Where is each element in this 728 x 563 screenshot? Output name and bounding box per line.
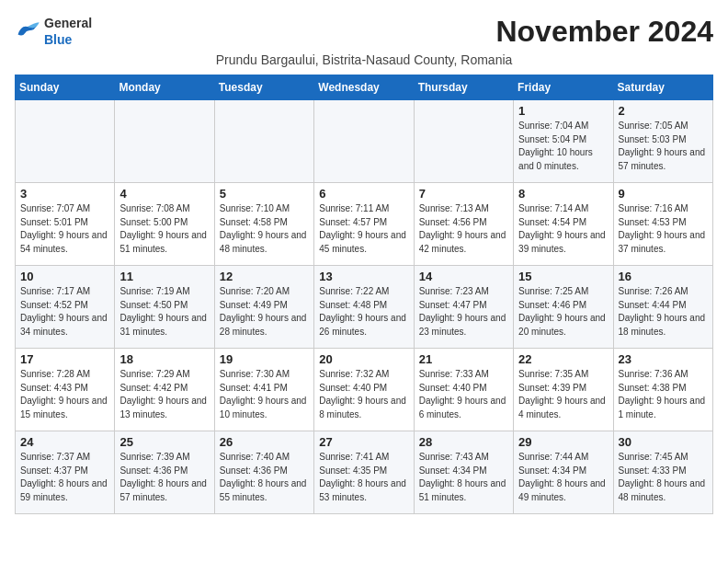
day-number: 13 (319, 270, 408, 283)
day-number: 16 (619, 270, 708, 283)
daylight-text: Daylight: 9 hours and 34 minutes. (20, 313, 108, 337)
sunset-text: Sunset: 4:33 PM (619, 465, 687, 476)
sunset-text: Sunset: 4:54 PM (518, 217, 586, 227)
calendar-day-cell: 21 Sunrise: 7:33 AM Sunset: 4:40 PM Dayl… (414, 349, 513, 431)
day-number: 15 (518, 270, 608, 283)
sunset-text: Sunset: 5:01 PM (20, 217, 88, 227)
calendar-day-cell: 8 Sunrise: 7:14 AM Sunset: 4:54 PM Dayli… (514, 183, 613, 266)
day-info: Sunrise: 7:30 AM Sunset: 4:41 PM Dayligh… (220, 368, 309, 421)
daylight-text: Daylight: 8 hours and 48 minutes. (619, 478, 706, 502)
day-info: Sunrise: 7:43 AM Sunset: 4:34 PM Dayligh… (419, 451, 508, 504)
header-sunday: Sunday (16, 75, 115, 100)
day-info: Sunrise: 7:32 AM Sunset: 4:40 PM Dayligh… (319, 368, 408, 421)
calendar-day-cell: 23 Sunrise: 7:36 AM Sunset: 4:38 PM Dayl… (613, 349, 712, 431)
header-friday: Friday (514, 75, 613, 100)
day-info: Sunrise: 7:25 AM Sunset: 4:46 PM Dayligh… (518, 285, 608, 339)
sunset-text: Sunset: 4:56 PM (419, 217, 487, 227)
sunset-text: Sunset: 4:47 PM (419, 300, 487, 310)
daylight-text: Daylight: 9 hours and 8 minutes. (319, 396, 406, 419)
sunrise-text: Sunrise: 7:17 AM (20, 286, 90, 296)
sunset-text: Sunset: 4:58 PM (220, 217, 288, 227)
day-info: Sunrise: 7:40 AM Sunset: 4:36 PM Dayligh… (220, 451, 309, 504)
sunset-text: Sunset: 4:46 PM (518, 300, 586, 310)
header-wednesday: Wednesday (314, 75, 414, 100)
calendar-container: General Blue November 2024 Prundu Bargau… (15, 15, 713, 514)
calendar-day-cell: 14 Sunrise: 7:23 AM Sunset: 4:47 PM Dayl… (414, 266, 513, 349)
day-number: 14 (419, 270, 508, 283)
sunrise-text: Sunrise: 7:37 AM (20, 452, 90, 462)
daylight-text: Daylight: 8 hours and 49 minutes. (518, 478, 606, 502)
sunset-text: Sunset: 4:40 PM (319, 383, 387, 393)
day-number: 3 (20, 187, 109, 201)
day-number: 23 (619, 352, 708, 366)
sunrise-text: Sunrise: 7:04 AM (518, 121, 588, 131)
sunrise-text: Sunrise: 7:08 AM (119, 203, 189, 213)
calendar-day-cell: 6 Sunrise: 7:11 AM Sunset: 4:57 PM Dayli… (314, 183, 414, 266)
calendar-week-row: 10 Sunrise: 7:17 AM Sunset: 4:52 PM Dayl… (16, 266, 713, 349)
sunset-text: Sunset: 5:00 PM (119, 217, 188, 227)
sunset-text: Sunset: 4:34 PM (518, 465, 586, 476)
calendar-day-cell (115, 100, 214, 183)
day-number: 9 (619, 187, 708, 201)
day-number: 25 (119, 435, 209, 449)
daylight-text: Daylight: 9 hours and 51 minutes. (119, 230, 207, 254)
day-info: Sunrise: 7:08 AM Sunset: 5:00 PM Dayligh… (119, 202, 209, 256)
calendar-day-cell: 20 Sunrise: 7:32 AM Sunset: 4:40 PM Dayl… (314, 349, 414, 431)
sunrise-text: Sunrise: 7:10 AM (220, 203, 290, 213)
day-info: Sunrise: 7:36 AM Sunset: 4:38 PM Dayligh… (619, 368, 708, 421)
sunset-text: Sunset: 4:35 PM (319, 465, 387, 476)
sunrise-text: Sunrise: 7:11 AM (319, 203, 389, 213)
sunset-text: Sunset: 4:57 PM (319, 217, 387, 227)
day-number: 28 (419, 435, 508, 449)
calendar-day-cell: 10 Sunrise: 7:17 AM Sunset: 4:52 PM Dayl… (16, 266, 115, 349)
day-info: Sunrise: 7:14 AM Sunset: 4:54 PM Dayligh… (518, 202, 608, 256)
calendar-day-cell: 7 Sunrise: 7:13 AM Sunset: 4:56 PM Dayli… (414, 183, 513, 266)
day-info: Sunrise: 7:37 AM Sunset: 4:37 PM Dayligh… (20, 451, 109, 504)
day-number: 5 (220, 187, 309, 201)
calendar-day-cell: 18 Sunrise: 7:29 AM Sunset: 4:42 PM Dayl… (115, 349, 214, 431)
day-info: Sunrise: 7:45 AM Sunset: 4:33 PM Dayligh… (619, 451, 708, 504)
daylight-text: Daylight: 9 hours and 10 minutes. (220, 396, 307, 419)
sunrise-text: Sunrise: 7:28 AM (20, 369, 90, 379)
header-monday: Monday (115, 75, 214, 100)
day-info: Sunrise: 7:33 AM Sunset: 4:40 PM Dayligh… (419, 368, 508, 421)
sunset-text: Sunset: 4:39 PM (518, 383, 586, 393)
day-number: 8 (518, 187, 608, 201)
sunrise-text: Sunrise: 7:40 AM (220, 452, 290, 462)
calendar-day-cell: 1 Sunrise: 7:04 AM Sunset: 5:04 PM Dayli… (514, 100, 613, 183)
day-number: 17 (20, 352, 109, 366)
sunset-text: Sunset: 4:48 PM (319, 300, 387, 310)
day-number: 1 (518, 104, 608, 118)
day-info: Sunrise: 7:17 AM Sunset: 4:52 PM Dayligh… (20, 285, 109, 339)
daylight-text: Daylight: 9 hours and 57 minutes. (619, 147, 706, 171)
sunrise-text: Sunrise: 7:26 AM (619, 286, 688, 296)
day-info: Sunrise: 7:16 AM Sunset: 4:53 PM Dayligh… (619, 202, 708, 256)
calendar-week-row: 3 Sunrise: 7:07 AM Sunset: 5:01 PM Dayli… (16, 183, 713, 266)
sunrise-text: Sunrise: 7:05 AM (619, 121, 688, 131)
calendar-day-cell (314, 100, 414, 183)
calendar-day-cell: 30 Sunrise: 7:45 AM Sunset: 4:33 PM Dayl… (613, 431, 712, 514)
daylight-text: Daylight: 9 hours and 54 minutes. (20, 230, 108, 254)
sunset-text: Sunset: 5:04 PM (518, 134, 586, 144)
day-info: Sunrise: 7:35 AM Sunset: 4:39 PM Dayligh… (518, 368, 608, 421)
calendar-day-cell: 28 Sunrise: 7:43 AM Sunset: 4:34 PM Dayl… (414, 431, 513, 514)
calendar-day-cell: 12 Sunrise: 7:20 AM Sunset: 4:49 PM Dayl… (214, 266, 313, 349)
daylight-text: Daylight: 9 hours and 42 minutes. (419, 230, 506, 254)
daylight-text: Daylight: 8 hours and 55 minutes. (220, 478, 307, 502)
calendar-day-cell: 9 Sunrise: 7:16 AM Sunset: 4:53 PM Dayli… (613, 183, 712, 266)
calendar-week-row: 17 Sunrise: 7:28 AM Sunset: 4:43 PM Dayl… (16, 349, 713, 431)
calendar-day-cell: 24 Sunrise: 7:37 AM Sunset: 4:37 PM Dayl… (16, 431, 115, 514)
header-tuesday: Tuesday (214, 75, 313, 100)
day-info: Sunrise: 7:11 AM Sunset: 4:57 PM Dayligh… (319, 202, 408, 256)
sunrise-text: Sunrise: 7:41 AM (319, 452, 389, 462)
daylight-text: Daylight: 10 hours and 0 minutes. (518, 147, 593, 171)
day-number: 7 (419, 187, 508, 201)
header: General Blue November 2024 (15, 15, 713, 49)
day-number: 19 (220, 352, 309, 366)
sunset-text: Sunset: 4:40 PM (419, 383, 487, 393)
calendar-day-cell: 17 Sunrise: 7:28 AM Sunset: 4:43 PM Dayl… (16, 349, 115, 431)
sunrise-text: Sunrise: 7:43 AM (419, 452, 489, 462)
calendar-day-cell (214, 100, 313, 183)
logo-blue: Blue (44, 32, 72, 47)
sunrise-text: Sunrise: 7:45 AM (619, 452, 688, 462)
